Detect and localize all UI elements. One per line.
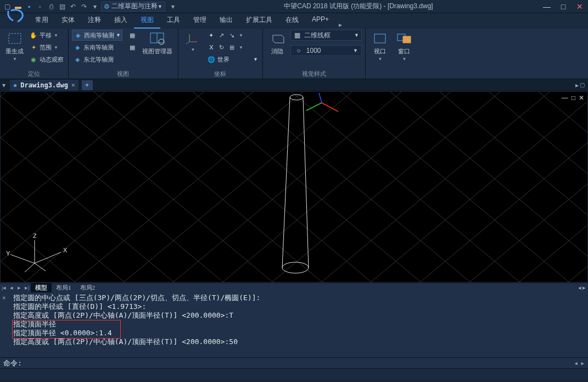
svg-line-49 xyxy=(226,92,555,283)
svg-line-34 xyxy=(1,92,319,283)
layout-scroll-prev-icon[interactable]: ◂ xyxy=(8,284,15,291)
ucs-world-button[interactable]: 🌐世界▼ xyxy=(206,54,259,65)
menu-tab-2[interactable]: 注释 xyxy=(81,13,108,29)
titlebar-expand-icon[interactable]: ▾ xyxy=(167,0,178,13)
ne-iso-button[interactable]: ◈东北等轴测 xyxy=(72,54,122,65)
axis-icon: ⊞ xyxy=(228,43,237,52)
maximize-button[interactable]: □ xyxy=(555,0,572,13)
menu-tab-0[interactable]: 常用 xyxy=(29,13,55,29)
ucs-opt-1[interactable]: ✦↗↘▼ xyxy=(206,30,259,41)
svg-line-37 xyxy=(1,92,259,283)
qat-redo-icon[interactable]: ↷ xyxy=(79,2,89,12)
view-icon: ▦ xyxy=(128,43,137,52)
chevron-down-icon: ▼ xyxy=(191,47,195,52)
hscroll-left-icon[interactable]: ◂ xyxy=(578,284,581,291)
ucs-opt-2[interactable]: X↻⊞▼ xyxy=(206,42,259,53)
svg-line-99 xyxy=(10,254,35,263)
drawing-viewport[interactable]: Z X Y — □ ✕ xyxy=(0,91,588,283)
layout-scroll-next-icon[interactable]: ▸ xyxy=(15,284,23,291)
menu-tab-1[interactable]: 实体 xyxy=(55,13,81,29)
menu-tab-7[interactable]: 输出 xyxy=(213,13,239,29)
menu-tab-6[interactable]: 管理 xyxy=(187,13,213,29)
view-icon: ▦ xyxy=(128,31,137,40)
command-history-line: 指定圆的中心点或 [三点(3P)/两点(2P)/切点、切点、半径(T)/椭圆(E… xyxy=(13,294,585,302)
svg-line-22 xyxy=(1,92,23,283)
viewport-button[interactable]: 视口 ▼ xyxy=(369,30,391,63)
close-tab-icon[interactable]: ✕ xyxy=(71,81,75,88)
se-iso-button[interactable]: ◈东南等轴测 xyxy=(72,42,122,53)
svg-line-98 xyxy=(35,252,61,263)
layout-scroll-first-icon[interactable]: |◂ xyxy=(0,284,8,291)
svg-line-38 xyxy=(88,92,418,283)
cmd-scroll-left-icon[interactable]: ◂ xyxy=(574,359,578,367)
svg-line-48 xyxy=(335,92,587,283)
svg-line-96 xyxy=(303,97,309,268)
qat-saveas-icon[interactable]: ▫ xyxy=(35,2,45,12)
close-button[interactable]: ✕ xyxy=(572,0,588,13)
vp-close-icon[interactable]: ✕ xyxy=(579,94,584,102)
doctab-menu-icon[interactable]: ▾ xyxy=(2,81,10,89)
menu-tab-8[interactable]: 扩展工具 xyxy=(239,13,279,29)
doctabs-overflow[interactable]: ▸ ▢ xyxy=(575,81,588,89)
svg-line-24 xyxy=(1,92,72,283)
chevron-down-icon: ▼ xyxy=(13,57,17,62)
ucs-button[interactable]: ▼ xyxy=(182,30,204,53)
hide-button[interactable]: 消隐 xyxy=(266,30,288,57)
svg-line-33 xyxy=(1,92,160,283)
window-title: 中望CAD 2018 试用版 (功能受限) - [Drawing3.dwg] xyxy=(178,2,539,11)
menu-tab-9[interactable]: 在线 xyxy=(279,13,305,29)
hscroll-right-icon[interactable]: ▸ xyxy=(583,284,586,291)
app-logo[interactable] xyxy=(2,2,29,29)
minimize-button[interactable]: — xyxy=(539,0,555,13)
menu-more-icon[interactable]: ▸ xyxy=(339,21,342,29)
panel-title: 定位 xyxy=(3,69,65,79)
cmd-close-icon[interactable]: ✕ xyxy=(2,294,10,301)
svg-line-40 xyxy=(138,92,467,283)
range-button[interactable]: ✦范围▼ xyxy=(28,42,65,53)
panel-title: 视图 xyxy=(72,69,175,79)
svg-line-28 xyxy=(1,92,171,283)
layout-tabs: |◂ ◂ ▸ ▸| 模型 布局1 布局2 ◂▸ xyxy=(0,283,588,292)
window-button[interactable]: 窗口 ▼ xyxy=(393,30,415,63)
pan-button[interactable]: ✋平移▼ xyxy=(28,30,65,41)
cube-icon: ◈ xyxy=(73,43,82,52)
ribbon-panel-locate: 重生成 ▼ ✋平移▼ ✦范围▼ ◉动态观察 定位 xyxy=(0,29,69,79)
orbit-button[interactable]: ◉动态观察 xyxy=(28,54,65,65)
vp-maximize-icon[interactable]: □ xyxy=(572,94,575,102)
scale-input[interactable]: ○1000▼ xyxy=(290,45,362,56)
menu-tab-10[interactable]: APP+ xyxy=(305,13,335,29)
axis-icon: ↘ xyxy=(228,31,237,40)
menu-tab-5[interactable]: 工具 xyxy=(160,13,187,29)
document-tabs: ▾ ▪ Drawing3.dwg ✕ + ▸ ▢ xyxy=(0,79,588,91)
qat-dropdown-icon[interactable]: ▾ xyxy=(90,2,100,12)
wireframe-icon: ▦ xyxy=(293,31,302,40)
workspace-selector[interactable]: ⚙ 二维草图与注释 ▼ xyxy=(101,2,165,12)
menu-tab-3[interactable]: 插入 xyxy=(108,13,134,29)
svg-line-101 xyxy=(25,263,35,272)
view-extra-2[interactable]: ▦ xyxy=(127,42,138,53)
command-input[interactable] xyxy=(24,359,574,367)
regen-button[interactable]: 重生成 ▼ xyxy=(3,30,26,63)
cube-icon: ◈ xyxy=(74,31,82,40)
layout-tab-model[interactable]: 模型 xyxy=(31,283,52,293)
qat-preview-icon[interactable]: ▤ xyxy=(57,2,67,12)
qat-plot-icon[interactable]: ⎙ xyxy=(46,2,56,12)
menu-tab-4[interactable]: 视图 xyxy=(134,13,160,29)
qat-undo-icon[interactable]: ↶ xyxy=(68,2,78,12)
svg-rect-9 xyxy=(403,36,411,43)
view-extra-1[interactable]: ▦ xyxy=(127,30,138,41)
sw-iso-button[interactable]: ◈西南等轴测▼ xyxy=(72,30,122,41)
title-bar: ▢ ▬ ▪ ▫ ⎙ ▤ ↶ ↷ ▾ ⚙ 二维草图与注释 ▼ ▾ 中望CAD 20… xyxy=(0,0,588,13)
new-tab-button[interactable]: + xyxy=(82,80,93,90)
orbit-icon: ◉ xyxy=(29,55,38,64)
ribbon: 重生成 ▼ ✋平移▼ ✦范围▼ ◉动态观察 定位 ◈西南等轴测▼ ◈东南等轴测 … xyxy=(0,29,588,79)
svg-line-6 xyxy=(186,42,189,44)
cmd-scroll-right-icon[interactable]: ▸ xyxy=(580,359,585,367)
document-tab[interactable]: ▪ Drawing3.dwg ✕ xyxy=(10,80,79,91)
layout-scroll-last-icon[interactable]: ▸| xyxy=(23,284,31,291)
view-manager-button[interactable]: 视图管理器 xyxy=(140,30,175,57)
vp-minimize-icon[interactable]: — xyxy=(562,94,568,102)
visual-style-dropdown[interactable]: ▦二维线框▼ xyxy=(290,30,362,41)
layout-tab-1[interactable]: 布局1 xyxy=(52,283,76,293)
layout-tab-2[interactable]: 布局2 xyxy=(76,283,100,293)
